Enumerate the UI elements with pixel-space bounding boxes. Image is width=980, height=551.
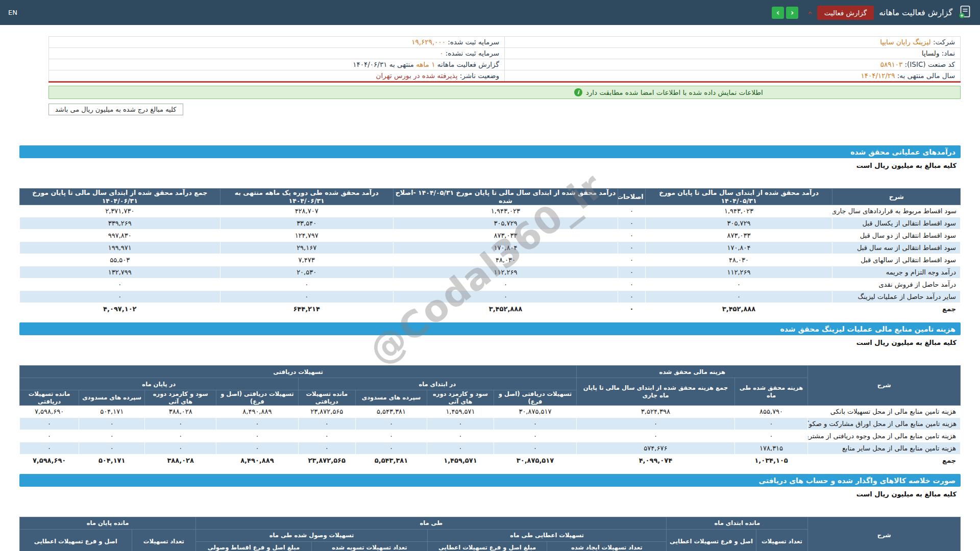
topbar: گزارش فعالیت ماهانه گزارش فعالیت › ‹ › E… [0, 0, 980, 25]
fiscal-year-label: سال مالی منتهی به: [897, 71, 955, 80]
financing-amounts-note: کلیه مبالغ به میلیون ریال است [19, 337, 961, 348]
table-row: سود اقساط انتقالی از سالهای قبل۴۸,۰۳۰۰۴۸… [20, 254, 961, 266]
value-cell: ۱,۴۵۹,۵۷۱ [427, 406, 494, 418]
table-row: درآمد حاصل از فروش نقدی۰۰۰۰۰ [20, 279, 961, 291]
value-cell: ۳,۵۲۴,۳۹۸ [577, 406, 735, 418]
value-cell: ۷,۵۹۸,۶۹۰ [20, 455, 79, 467]
revenue-tbody: سود اقساط مربوط به قراردادهای سال جاری۱,… [20, 205, 961, 315]
info-row: سال مالی منتهی به: ۱۴۰۴/۱۲/۲۹ وضعیت ناشر… [49, 70, 961, 82]
registered-capital-label: سرمایه ثبت شده: [448, 38, 499, 46]
value-cell: ۴,۰۹۹,۰۷۴ [577, 455, 735, 467]
value-cell: ۰ [618, 230, 645, 242]
company-label: شرکت: [933, 38, 955, 46]
group-header: مانده پایان ماه [20, 517, 196, 530]
value-cell: ۰ [393, 279, 618, 291]
revenue-table: شرح درآمد محقق شده از ابتدای سال مالی تا… [19, 188, 961, 315]
value-cell: ۰ [618, 303, 645, 315]
value-cell: ۰ [79, 442, 145, 455]
column-header: شرح [832, 189, 961, 205]
value-cell: ۳۸۸,۰۲۸ [145, 455, 216, 467]
value-cell: ۲۹,۱۶۷ [220, 242, 393, 254]
value-cell: ۰ [577, 418, 735, 430]
isic-label: کد صنعت (ISIC): [905, 60, 955, 68]
info-cell: وضعیت ناشر: پذیرفته شده در بورس تهران [49, 70, 505, 82]
value-cell: ۳۰۵,۷۲۹ [393, 217, 618, 230]
value-cell: ۰ [427, 442, 494, 455]
row-label: جمع [808, 455, 961, 467]
value-cell: ۰ [220, 291, 393, 303]
column-header: تعداد تسهیلات تسویه شده [311, 542, 427, 551]
column-header: تعداد تسهیلات [756, 530, 807, 551]
table-row: سایر درآمد حاصل از عملیات لیزینگ۰۰۰۰۰ [20, 291, 961, 303]
value-cell: ۰ [145, 442, 216, 455]
value-cell: ۰ [427, 418, 494, 430]
value-cell: ۵۷۴,۶۷۶ [577, 442, 735, 455]
value-cell: ۰ [355, 442, 427, 455]
value-cell: ۰ [734, 430, 808, 442]
column-header: تسهیلات دریافتی (اصل و فرع) [216, 390, 298, 406]
row-label: جمع [832, 303, 961, 315]
row-label: سود اقساط انتقالی از دو سال قبل [832, 230, 961, 242]
row-label: سود اقساط انتقالی از سه سال قبل [832, 242, 961, 254]
column-header: درآمد محقق شده از ابتدای سال مالی تا پای… [393, 189, 618, 205]
value-cell: ۰ [618, 217, 645, 230]
symbol-value: ولساپا [922, 49, 940, 57]
value-cell: ۰ [298, 442, 355, 455]
value-cell: ۴۸,۰۳۰ [645, 254, 832, 266]
value-cell: ۰ [216, 418, 298, 430]
info-cell: سال مالی منتهی به: ۱۴۰۴/۱۲/۲۹ [505, 70, 961, 82]
value-cell: ۰ [618, 279, 645, 291]
value-cell: ۰ [216, 430, 298, 442]
chevron-down-icon[interactable]: › [806, 11, 814, 14]
value-cell: ۳۳۹,۲۶۹ [20, 217, 220, 230]
row-label: درآمد حاصل از فروش نقدی [832, 279, 961, 291]
info-cell: نماد: ولساپا [505, 48, 961, 59]
info-cell: سرمایه ثبت نشده: ۰ [49, 48, 505, 59]
info-cell: کد صنعت (ISIC): ۵۸۹۱۰۳ [505, 59, 961, 70]
row-label: سود اقساط انتقالی از یکسال قبل [832, 217, 961, 230]
value-cell: ۹۹۷,۸۳۰ [20, 230, 220, 242]
registered-capital-value: ۱۹,۶۲۹,۰۰۰ [411, 38, 446, 46]
language-toggle[interactable]: EN [8, 9, 17, 16]
value-cell: ۳۸۸,۰۲۸ [145, 406, 216, 418]
value-cell: ۰ [577, 430, 735, 442]
value-cell: ۰ [298, 430, 355, 442]
value-cell: ۰ [220, 279, 393, 291]
column-header: مانده تسهیلات دریافتی [20, 390, 79, 406]
value-cell: ۵۰۴,۱۷۱ [79, 455, 145, 467]
report-type-button[interactable]: گزارش فعالیت [817, 6, 874, 20]
column-header: درآمد محقق شده طی دوره یک ماهه منتهی به … [220, 189, 393, 205]
column-header: اصلاحات [618, 189, 645, 205]
value-cell: ۳۰,۸۷۵,۵۱۷ [494, 455, 576, 467]
value-cell: ۸۷۳,۰۳۳ [645, 230, 832, 242]
value-cell: ۰ [20, 418, 79, 430]
table-row: سود اقساط انتقالی از یکسال قبل۳۰۵,۷۲۹۰۳۰… [20, 217, 961, 230]
report-period-value: ۱ ماهه [416, 60, 435, 68]
column-header: مبلغ اصل و فرع اقساط وصولی [196, 542, 312, 551]
report-period-suffix: منتهی به ۱۴۰۴/۰۶/۳۱ [353, 60, 414, 68]
value-cell: ۱,۴۵۹,۵۷۱ [427, 455, 494, 467]
next-page-button[interactable]: › [786, 7, 798, 19]
group-header: هزینه مالی محقق شده [577, 366, 808, 378]
value-cell: ۰ [734, 418, 808, 430]
info-row: شرکت: لیزینگ رایان سایپا سرمایه ثبت شده:… [49, 37, 961, 48]
amounts-note-box: کلیه مبالغ درج شده به میلیون ریال می باش… [48, 104, 183, 115]
value-cell: ۴۸,۰۳۰ [393, 254, 618, 266]
prev-page-button[interactable]: ‹ [772, 7, 784, 19]
group-header: مانده ابتدای ماه [667, 517, 808, 530]
info-cell: شرکت: لیزینگ رایان سایپا [505, 37, 961, 48]
value-cell: ۴۲۸,۷۰۷ [220, 205, 393, 217]
column-header: سپرده های مسدودی [355, 390, 427, 406]
column-header: مبلغ اصل و فرع تسهیلات اعطایی [427, 542, 547, 551]
column-header: سود و کارمزد دوره های آتی [145, 390, 216, 406]
value-cell: ۰ [20, 291, 220, 303]
column-header: اصل و فرع تسهیلات اعطایی [20, 530, 132, 551]
value-cell: ۱۲۴,۷۹۷ [220, 230, 393, 242]
issuer-status-value: پذیرفته شده در بورس تهران [376, 71, 458, 80]
value-cell: ۰ [20, 279, 220, 291]
value-cell: ۱۳۲,۷۹۹ [20, 266, 220, 279]
symbol-label: نماد: [942, 49, 955, 57]
value-cell: ۰ [494, 418, 576, 430]
row-label: سایر درآمد حاصل از عملیات لیزینگ [832, 291, 961, 303]
group-header: طی ماه [196, 517, 667, 530]
